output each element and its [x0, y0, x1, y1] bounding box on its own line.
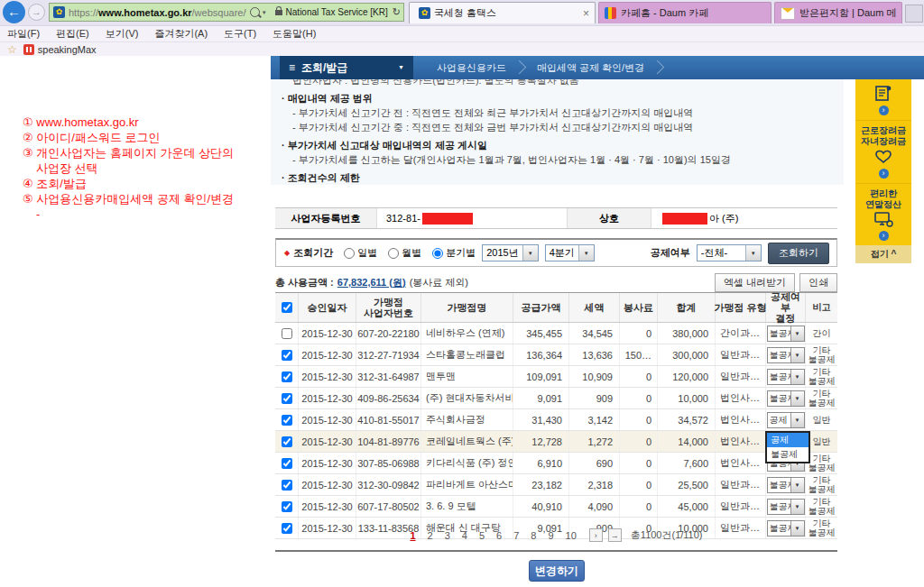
search-button[interactable]: 조회하기: [768, 243, 829, 264]
pagination: 12345678910 › → 총1100건(1/110): [275, 528, 837, 542]
quarter-select[interactable]: 4분기 ▼: [545, 244, 595, 261]
deduction-select[interactable]: 불공제▼: [767, 369, 805, 385]
merchant-name: 맨투맨: [421, 366, 513, 387]
breadcrumb-item-card[interactable]: 사업용신용카드: [424, 56, 524, 79]
collapse-panel-button[interactable]: 접기 ^: [855, 245, 911, 263]
tax-amount: 690: [569, 453, 620, 473]
redaction-block: [662, 213, 707, 225]
menu-item[interactable]: 도움말(H): [273, 27, 316, 41]
row-checkbox[interactable]: [282, 393, 292, 404]
page-number[interactable]: 10: [566, 530, 577, 541]
radio-daily-label[interactable]: 일별: [357, 246, 377, 260]
page-number[interactable]: 6: [496, 530, 502, 541]
merchant-type: 간이과…: [716, 323, 766, 344]
arrow-circle-icon[interactable]: ›: [879, 169, 889, 179]
side-item-year-end[interactable]: 편리한연말정산 ›: [855, 184, 911, 245]
deduction-select[interactable]: 불공제▼: [767, 499, 805, 515]
breadcrumb-item-deduction[interactable]: 매입세액 공제 확인/변경: [524, 56, 662, 79]
page-number[interactable]: 3: [445, 530, 450, 541]
column-header: 공제여부결정: [766, 293, 806, 322]
tab-daum-mail[interactable]: 받은편지함 | Daum 메일: [774, 2, 902, 23]
address-bar[interactable]: ✿ https://www.hometax.go.kr/websquare/we…: [49, 3, 404, 22]
row-checkbox[interactable]: [282, 480, 292, 491]
page-number[interactable]: 2: [428, 530, 433, 541]
refresh-icon[interactable]: ↻: [393, 6, 401, 18]
favorites-item-label[interactable]: speakingMax: [38, 44, 97, 55]
tab-daum-cafe[interactable]: 카페홈 - Daum 카페: [598, 2, 772, 23]
row-checkbox[interactable]: [282, 436, 292, 447]
menu-item[interactable]: 파일(F): [7, 27, 40, 41]
radio-monthly-label[interactable]: 월별: [402, 246, 421, 260]
column-header: 가맹점사업자번호: [356, 293, 421, 322]
menu-item[interactable]: 보기(V): [106, 27, 139, 41]
url-text[interactable]: https://www.hometax.go.kr/websquare/webs…: [69, 7, 246, 18]
dropdown-option[interactable]: 불공제: [767, 447, 808, 462]
back-button[interactable]: ←: [3, 1, 25, 23]
next-page-group-button[interactable]: ›: [589, 528, 603, 542]
biz-reg-value: 312-81-: [377, 208, 567, 228]
merchant-type: 일반과…: [716, 474, 766, 495]
close-icon[interactable]: ×: [583, 7, 589, 20]
table-row: 2015-12-30104-81-89776코레일네트웍스 (주)12,7281…: [275, 431, 837, 453]
table-row: 2015-12-30312-30-09842파리바게트 아산스마…23,1822…: [275, 474, 837, 496]
search-icon[interactable]: [250, 7, 260, 17]
table-row: 2015-12-30409-86-25634(주) 현대자동차서비…9,0919…: [275, 388, 837, 409]
page-number[interactable]: 4: [462, 530, 467, 541]
page-number[interactable]: 7: [513, 530, 519, 541]
page-number[interactable]: 1: [410, 530, 415, 541]
chevron-down-icon: ▼: [522, 245, 538, 261]
annotation-line: ② 아이디/패스워드 로그인: [23, 130, 280, 145]
search-caret-icon[interactable]: ▼: [262, 10, 267, 15]
merchant-biz-number: 312-30-09842: [356, 474, 421, 495]
row-checkbox[interactable]: [282, 458, 292, 469]
new-tab-button[interactable]: [905, 5, 923, 23]
annotation-line: ① www.hometax.go.kr: [23, 115, 280, 130]
deduction-select[interactable]: 불공제▼: [767, 326, 805, 342]
deduction-select[interactable]: 공제▼: [767, 412, 805, 428]
total-amount: 120,000: [658, 366, 716, 387]
page-number[interactable]: 5: [479, 530, 485, 541]
page-number[interactable]: 8: [531, 530, 536, 541]
deduction-cell: 불공제▼: [766, 388, 806, 408]
radio-quarterly-label[interactable]: 분기별: [446, 246, 476, 260]
change-button[interactable]: 변경하기: [529, 560, 585, 582]
favorites-star-icon[interactable]: ☆: [7, 43, 17, 56]
side-item-report[interactable]: ›: [855, 79, 911, 121]
deduction-select[interactable]: -전체- ▼: [697, 244, 762, 261]
total-amount-value[interactable]: 67,832,611 (원): [337, 276, 406, 289]
row-checkbox[interactable]: [282, 328, 292, 339]
service-charge: 150…: [620, 344, 658, 365]
arrow-circle-icon[interactable]: ›: [879, 231, 889, 241]
row-checkbox[interactable]: [282, 501, 292, 512]
dropdown-option[interactable]: 공제: [767, 433, 808, 447]
radio-quarterly[interactable]: [432, 248, 443, 259]
menu-item[interactable]: 편집(E): [56, 27, 89, 41]
menu-item[interactable]: 도구(T): [224, 27, 256, 41]
select-all-checkbox[interactable]: [282, 302, 292, 313]
radio-daily[interactable]: [344, 248, 355, 259]
tab-hometax[interactable]: ✿ 국세청 홈택스 ×: [409, 2, 596, 23]
approval-date: 2015-12-30: [299, 323, 356, 344]
favorites-bar: ☆ speakingMax: [0, 41, 924, 56]
deduction-select[interactable]: 불공제▼: [767, 347, 805, 363]
excel-download-button[interactable]: 엑셀 내려받기: [715, 273, 795, 292]
forward-button[interactable]: →: [28, 4, 45, 21]
row-checkbox[interactable]: [282, 371, 292, 382]
year-select[interactable]: 2015년 ▼: [482, 244, 538, 261]
merchant-type: 일반과…: [716, 496, 766, 517]
radio-monthly[interactable]: [388, 248, 399, 259]
chevron-down-icon: ▼: [790, 500, 804, 514]
notice-block: 법인사업자 : 법인명의 신용카드(법인카드): 별도의 등록절차 없음매입내역…: [271, 79, 844, 185]
last-page-button[interactable]: →: [608, 528, 622, 542]
row-checkbox[interactable]: [282, 350, 292, 361]
print-button[interactable]: 인쇄: [799, 273, 837, 292]
menu-item[interactable]: 즐겨찾기(A): [154, 27, 208, 41]
nav-menu-button[interactable]: ≡ 조회/발급 ▼: [280, 56, 413, 79]
deduction-select[interactable]: 불공제▼: [767, 390, 805, 407]
page-number[interactable]: 9: [548, 530, 553, 541]
side-item-incentive[interactable]: 근로장려금자녀장려금 ›: [855, 121, 911, 184]
row-checkbox[interactable]: [282, 415, 292, 426]
arrow-circle-icon[interactable]: ›: [879, 105, 889, 115]
certificate-label[interactable]: National Tax Service [KR]: [286, 7, 388, 17]
deduction-select[interactable]: 불공제▼: [767, 477, 805, 493]
